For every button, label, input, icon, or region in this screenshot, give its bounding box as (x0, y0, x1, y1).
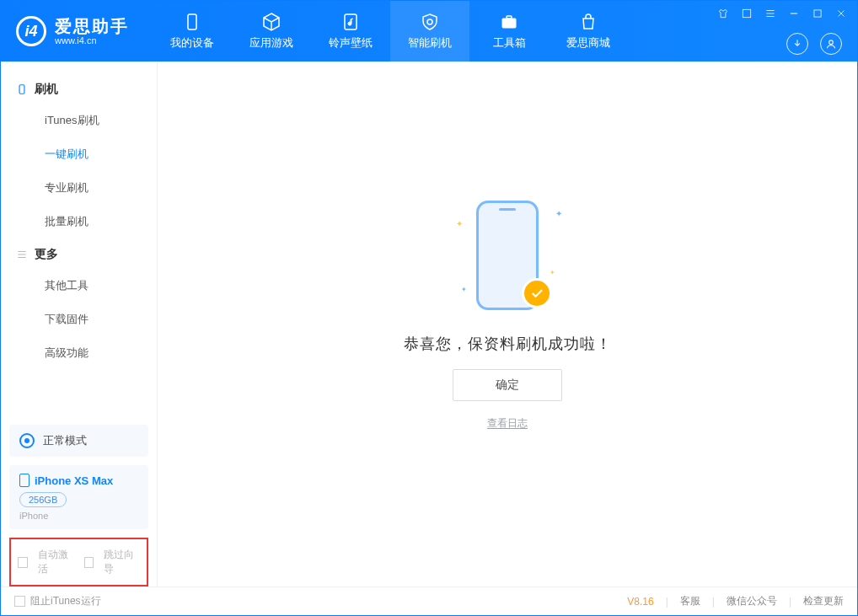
app-window: 爱思助手 www.i4.cn 我的设备 应用游戏 铃声壁纸 智能刷机 (0, 0, 858, 616)
tab-store[interactable]: 爱思商城 (549, 1, 628, 62)
device-card[interactable]: iPhone XS Max 256GB iPhone (9, 465, 148, 529)
status-bar: 阻止iTunes运行 V8.16 | 客服 | 微信公众号 | 检查更新 (1, 587, 857, 615)
tab-toolbox[interactable]: 工具箱 (469, 1, 549, 62)
checkbox-block-itunes[interactable] (14, 596, 25, 607)
sidebar-item-batch-flash[interactable]: 批量刷机 (1, 205, 157, 238)
success-panel: ✦ ✦ ✦ ✦ 恭喜您，保资料刷机成功啦！ 确定 查看日志 (404, 201, 612, 431)
device-type: iPhone (19, 511, 138, 521)
sidebar-group-flash: 刷机 (1, 73, 157, 104)
device-name: iPhone XS Max (35, 474, 113, 487)
music-note-icon (341, 12, 361, 32)
menu-icon[interactable] (763, 6, 778, 21)
tab-my-device[interactable]: 我的设备 (153, 1, 232, 62)
sidebar-item-pro-flash[interactable]: 专业刷机 (1, 171, 157, 205)
bag-icon (578, 12, 598, 32)
tab-ringtones-wallpapers[interactable]: 铃声壁纸 (311, 1, 390, 62)
svg-point-6 (829, 40, 834, 45)
body: 刷机 iTunes刷机 一键刷机 专业刷机 批量刷机 更多 其他工具 下载固件 … (1, 62, 857, 587)
checkmark-badge-icon (522, 278, 552, 308)
sidebar-item-other-tools[interactable]: 其他工具 (1, 269, 157, 303)
tab-smart-flash[interactable]: 智能刷机 (390, 1, 469, 62)
feedback-icon[interactable] (739, 6, 754, 21)
sparkle-icon: ✦ (456, 219, 463, 228)
user-button[interactable] (820, 33, 842, 55)
view-log-link[interactable]: 查看日志 (487, 416, 528, 431)
block-itunes-label: 阻止iTunes运行 (30, 594, 101, 608)
shirt-icon[interactable] (716, 6, 731, 21)
header-actions (786, 33, 842, 55)
minimize-button[interactable] (786, 6, 802, 21)
sidebar-item-advanced[interactable]: 高级功能 (1, 336, 157, 370)
check-update-link[interactable]: 检查更新 (803, 594, 844, 608)
refresh-shield-icon (420, 12, 440, 32)
tab-apps-games[interactable]: 应用游戏 (232, 1, 311, 62)
sidebar-group-more: 更多 (1, 238, 157, 269)
svg-rect-3 (507, 16, 512, 19)
sidebar-item-download-firmware[interactable]: 下载固件 (1, 303, 157, 336)
main-content: ✦ ✦ ✦ ✦ 恭喜您，保资料刷机成功啦！ 确定 查看日志 (158, 62, 857, 587)
phone-small-icon (19, 474, 29, 487)
mode-indicator[interactable]: 正常模式 (9, 425, 148, 457)
version-label: V8.16 (627, 596, 653, 608)
svg-rect-0 (188, 14, 196, 29)
mode-dot-icon (19, 433, 35, 448)
capacity-badge: 256GB (19, 492, 67, 507)
nav-tabs: 我的设备 应用游戏 铃声壁纸 智能刷机 工具箱 爱思商城 (153, 1, 628, 62)
success-message: 恭喜您，保资料刷机成功啦！ (404, 334, 612, 354)
logo-icon (16, 16, 46, 46)
ok-button[interactable]: 确定 (453, 369, 562, 401)
sparkle-icon: ✦ (461, 286, 467, 293)
sidebar-item-itunes-flash[interactable]: iTunes刷机 (1, 104, 157, 137)
checkbox-skip-guide[interactable] (84, 557, 94, 568)
checkbox-auto-activate[interactable] (18, 557, 28, 568)
support-link[interactable]: 客服 (680, 594, 700, 608)
sidebar-item-oneclick-flash[interactable]: 一键刷机 (1, 137, 157, 171)
svg-rect-4 (743, 9, 750, 17)
wechat-link[interactable]: 微信公众号 (727, 594, 777, 608)
device-icon (16, 83, 28, 95)
title-bar: 爱思助手 www.i4.cn 我的设备 应用游戏 铃声壁纸 智能刷机 (1, 1, 857, 62)
logo: 爱思助手 www.i4.cn (1, 16, 144, 46)
sparkle-icon: ✦ (555, 209, 562, 218)
list-icon (16, 249, 28, 260)
sidebar: 刷机 iTunes刷机 一键刷机 专业刷机 批量刷机 更多 其他工具 下载固件 … (1, 62, 158, 587)
window-controls (716, 6, 849, 21)
svg-rect-2 (502, 19, 516, 28)
phone-icon (182, 12, 202, 32)
brand-url: www.i4.cn (55, 35, 129, 46)
brand-name: 爱思助手 (55, 17, 129, 35)
svg-rect-7 (19, 85, 24, 94)
options-row: 自动激活 跳过向导 (9, 538, 148, 587)
maximize-button[interactable] (810, 6, 825, 21)
briefcase-icon (499, 12, 519, 32)
download-button[interactable] (786, 33, 808, 55)
success-illustration: ✦ ✦ ✦ ✦ (461, 201, 554, 319)
sparkle-icon: ✦ (550, 269, 555, 276)
close-button[interactable] (834, 6, 849, 21)
cube-icon (261, 12, 282, 32)
svg-rect-5 (814, 10, 821, 17)
